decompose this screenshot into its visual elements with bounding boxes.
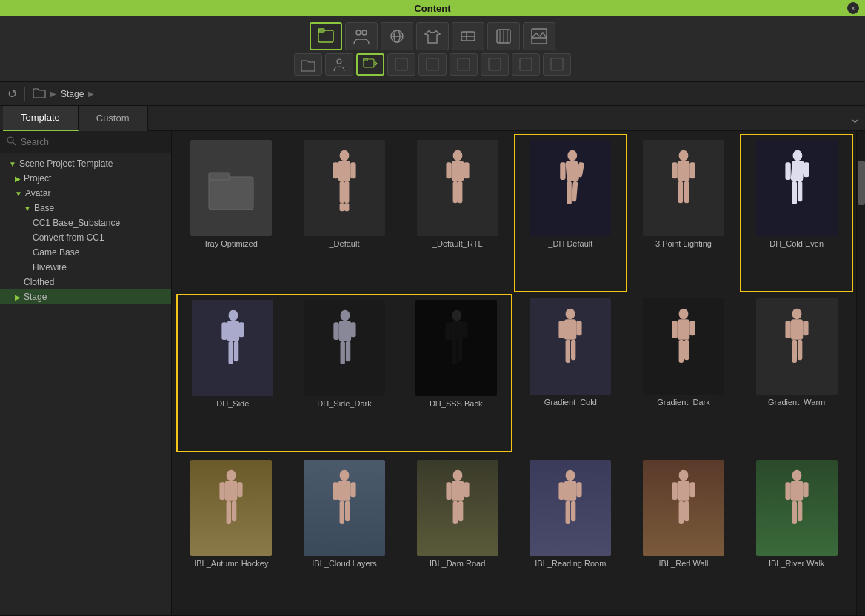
scene-button[interactable] — [310, 22, 342, 50]
sub-btn-4[interactable] — [387, 53, 415, 76]
svg-point-16 — [337, 59, 341, 64]
svg-rect-33 — [340, 181, 344, 203]
tree-item-stage[interactable]: ▶ Stage — [0, 289, 171, 304]
svg-rect-71 — [340, 341, 344, 364]
svg-rect-28 — [209, 173, 230, 180]
search-input[interactable] — [21, 137, 165, 147]
svg-rect-74 — [450, 321, 463, 341]
grid-item-ibl-cloud-layers[interactable]: IBL_Cloud Layers — [288, 454, 401, 612]
tab-dropdown-button[interactable]: ⌄ — [849, 110, 861, 127]
thumbnail-ibl-dam-road — [417, 460, 498, 556]
svg-point-85 — [679, 309, 689, 320]
grid-item-ibl-dam-road[interactable]: IBL_Dam Road — [401, 454, 514, 612]
grid-item-dh-side-dark[interactable]: DH_Side_Dark — [288, 294, 401, 452]
thumbnail-ibl-red-wall — [643, 460, 724, 556]
svg-rect-89 — [679, 340, 684, 363]
grid-item-ibl-river-walk[interactable]: IBL_River Walk — [740, 454, 853, 612]
sub-btn-7[interactable] — [481, 53, 509, 76]
thumbnail-ibl-river-walk — [756, 460, 838, 556]
close-button[interactable]: × — [847, 2, 859, 14]
scene-template-sub-button[interactable] — [356, 53, 384, 76]
label-dh-default: _DH Default — [548, 239, 592, 248]
svg-rect-38 — [451, 161, 464, 181]
grid-item-dh-sss-back[interactable]: DH_SSS Back — [401, 294, 512, 452]
grid-item-gradient-warm[interactable]: Gradient_Warm — [740, 292, 853, 454]
tree-item-scene-project-template[interactable]: ▼ Scene Project Template — [0, 156, 171, 171]
label-default-rtl: _Default_RTL — [432, 239, 483, 248]
grid-item-gradient-cold[interactable]: Gradient_Cold — [514, 292, 627, 454]
svg-rect-48 — [572, 181, 578, 202]
grid-item-iray-optimized[interactable]: Iray Optimized — [175, 134, 288, 292]
tree-item-cc1-base-substance[interactable]: CC1 Base_Substance — [0, 215, 171, 230]
grid-item-dh-side[interactable]: DH_Side — [176, 294, 288, 452]
tree-item-game-base[interactable]: Game Base — [0, 245, 171, 260]
svg-rect-96 — [798, 340, 802, 361]
clothing-button[interactable] — [416, 22, 449, 50]
svg-rect-40 — [464, 162, 469, 178]
back-button[interactable]: ↺ — [7, 87, 17, 101]
thumbnail-dh-side — [192, 300, 273, 396]
avatar-sub-button[interactable] — [325, 53, 353, 76]
grid-item-dh-default[interactable]: _DH Default — [514, 134, 627, 292]
breadcrumb-arrow-1: ▶ — [50, 90, 56, 98]
grid-item-ibl-autumn-hockey[interactable]: IBL_Autumn Hockey — [175, 454, 288, 612]
tree-item-base[interactable]: ▼ Base — [0, 201, 171, 215]
svg-rect-99 — [220, 482, 225, 500]
grid-item-ibl-reading-room[interactable]: IBL_Reading Room — [514, 454, 627, 612]
tree-item-hivewire[interactable]: Hivewire — [0, 260, 171, 275]
svg-rect-80 — [564, 319, 577, 340]
svg-rect-34 — [344, 181, 349, 203]
morph-button[interactable] — [487, 22, 520, 50]
svg-rect-69 — [333, 322, 338, 340]
svg-rect-104 — [338, 481, 351, 501]
grid-item-dh-cold-even[interactable]: DH_Cold Even — [740, 134, 853, 292]
props-button[interactable] — [381, 22, 413, 50]
grid-item-3-point-lighting[interactable]: 3 Point Lighting — [627, 134, 741, 292]
grid-item-ibl-red-wall[interactable]: IBL_Red Wall — [627, 454, 741, 612]
label-ibl-red-wall: IBL_Red Wall — [659, 559, 709, 568]
grid-item-gradient-dark[interactable]: Gradient_Dark — [627, 292, 741, 454]
sub-btn-8[interactable] — [512, 53, 540, 76]
sub-btn-9[interactable] — [543, 53, 571, 76]
svg-rect-125 — [679, 501, 684, 524]
breadcrumb-stage[interactable]: Stage — [61, 89, 84, 99]
thumbnail-dh-cold-even — [756, 140, 838, 236]
tab-custom[interactable]: Custom — [79, 106, 148, 131]
sub-btn-6[interactable] — [450, 53, 478, 76]
tree-toggle-base: ▼ — [24, 204, 31, 212]
toolbar-area — [0, 16, 865, 82]
scrollbar-thumb[interactable] — [858, 161, 865, 205]
grid-item-default[interactable]: _Default — [288, 134, 401, 292]
breadcrumb-bar: ↺ ▶ Stage ▶ — [0, 82, 865, 106]
svg-rect-108 — [345, 501, 350, 522]
tree-item-project[interactable]: ▶ Project — [0, 171, 171, 186]
thumbnail-ibl-reading-room — [530, 460, 611, 556]
tree-item-clothed[interactable]: Clothed — [0, 275, 171, 289]
thumbnail-gradient-dark — [643, 298, 724, 395]
label-gradient-cold: Gradient_Cold — [544, 398, 597, 406]
svg-point-29 — [340, 150, 350, 161]
svg-rect-35 — [340, 203, 344, 211]
svg-rect-21 — [458, 58, 470, 70]
thumbnail-gradient-cold — [530, 298, 611, 395]
tree-item-avatar[interactable]: ▼ Avatar — [0, 186, 171, 201]
svg-rect-113 — [452, 501, 457, 524]
svg-rect-65 — [229, 341, 233, 364]
sub-btn-5[interactable] — [418, 53, 447, 76]
tab-template[interactable]: Template — [3, 106, 79, 131]
svg-rect-105 — [333, 482, 338, 500]
svg-rect-56 — [790, 161, 804, 182]
svg-rect-107 — [340, 501, 344, 524]
characters-button[interactable] — [345, 22, 378, 50]
scenes-button[interactable] — [523, 22, 555, 50]
grid-item-default-rtl[interactable]: _Default_RTL — [401, 134, 514, 292]
accessories-button[interactable] — [452, 22, 484, 50]
folder-sub-button[interactable] — [294, 53, 322, 76]
toolbar-row-2 — [294, 53, 571, 76]
svg-rect-36 — [344, 203, 349, 211]
svg-rect-111 — [446, 482, 451, 500]
thumbnail-3-point-lighting — [643, 140, 724, 236]
svg-rect-45 — [561, 162, 566, 180]
tree-item-convert-cc1[interactable]: Convert from CC1 — [0, 230, 171, 245]
vertical-scrollbar[interactable] — [856, 131, 865, 615]
